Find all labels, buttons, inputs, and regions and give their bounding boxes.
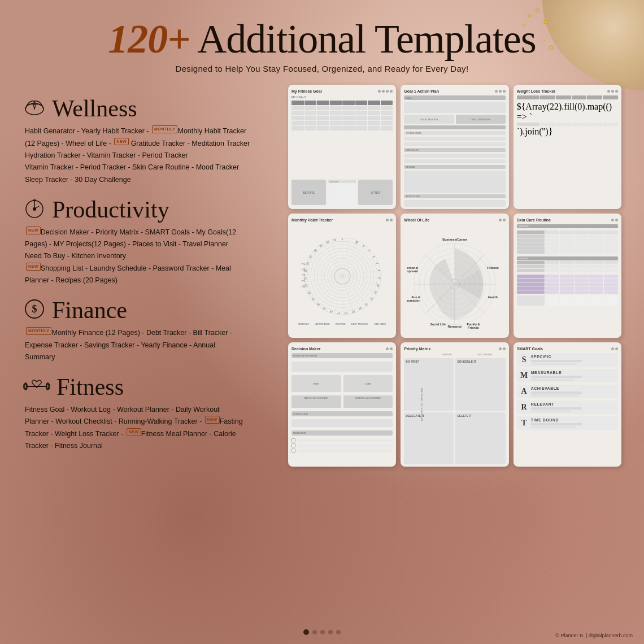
template-weight-loss: Weight Loss Tracker xyxy=(514,85,621,209)
card-icons-7 xyxy=(386,347,393,350)
page-dot-3[interactable] xyxy=(320,630,325,634)
svg-text:18: 18 xyxy=(329,310,333,314)
goal-action-title: Goal 1 Action Plan xyxy=(404,89,439,93)
svg-text:9: 9 xyxy=(378,277,381,279)
finance-title: Finance xyxy=(52,297,127,324)
card-dot xyxy=(386,219,389,221)
weight-loss-title: Weight Loss Tracker xyxy=(517,89,555,93)
card-icons-4 xyxy=(386,219,393,221)
skincare-title: Skin Care Routine xyxy=(517,218,551,222)
card-icons-5 xyxy=(499,219,506,221)
finance-items: MONTHLYMonthly Finance (12 Pages) - Debt… xyxy=(25,327,271,363)
smart-m: M MEASURABLE xyxy=(517,369,618,382)
pm-delegate: DELEGATE IT xyxy=(404,412,454,465)
card-dot xyxy=(378,90,381,93)
svg-text:H2: H2 xyxy=(302,268,305,271)
card-dot xyxy=(499,219,502,221)
left-column: Wellness Habit Genarator - Yearly Habit … xyxy=(23,85,271,467)
fg-after: AFTER xyxy=(358,180,393,205)
svg-text:Finance: Finance xyxy=(487,266,499,269)
smart-s-word: SPECIFIC xyxy=(531,355,582,359)
monthly-badge-2: MONTHLY xyxy=(26,327,51,335)
svg-text:16: 16 xyxy=(344,312,347,316)
decision-title: Decision Maker xyxy=(291,347,320,351)
productivity-header: Productivity xyxy=(23,196,271,223)
card-dot xyxy=(607,90,610,93)
new-badge-1: NEW xyxy=(114,138,129,146)
card-dot xyxy=(499,90,502,93)
smart-s: S SPECIFIC xyxy=(517,353,618,367)
card-dot xyxy=(615,219,618,221)
card-dot xyxy=(390,347,393,350)
fitness-goal-title: My Fitness Goal xyxy=(291,89,322,93)
smart-a: A ACHIEVABLE xyxy=(517,385,618,398)
card-dot xyxy=(615,347,618,350)
card-dot xyxy=(382,90,385,93)
wellness-header: Wellness xyxy=(23,95,271,122)
card-dot xyxy=(503,219,506,221)
template-habit-tracker: Monthly Habit Tracker xyxy=(288,214,396,338)
fitness-items: Fitness Goal - Workout Log - Workout Pla… xyxy=(25,404,271,452)
habit-circle-svg: 1 2 3 4 5 6 7 8 9 10 11 xyxy=(300,234,385,319)
subtitle: Designed to Help You Stay Focused, Orgen… xyxy=(23,64,621,73)
card-dot xyxy=(611,219,614,221)
smart-r-word: RELEVANT xyxy=(531,402,582,406)
svg-text:H3: H3 xyxy=(302,274,305,277)
card-icons-3 xyxy=(607,90,618,93)
svg-text:17: 17 xyxy=(337,312,340,316)
main-title: 120+ Additional Templates xyxy=(23,17,621,62)
card-dot xyxy=(495,90,498,93)
pm-do-first: DO FIRST xyxy=(404,358,454,411)
card-dot xyxy=(390,90,393,93)
productivity-items: NEWDecision Maker - Priority Matrix - SM… xyxy=(25,227,271,287)
template-goal-action: Goal 1 Action Plan GOAL CHART TRACKER CO… xyxy=(401,85,508,209)
smart-r-letter: R xyxy=(520,403,529,412)
productivity-icon xyxy=(23,197,46,221)
title-rest: Additional Templates xyxy=(197,16,536,62)
template-wheel-of-life: Wheel Of Life xyxy=(401,214,508,338)
wheel-life-title: Wheel Of Life xyxy=(404,218,429,222)
page-dot-1[interactable] xyxy=(303,629,309,635)
new-badge-2: NEW xyxy=(26,227,41,234)
pagination xyxy=(303,629,341,635)
svg-text:Development: Development xyxy=(407,269,418,273)
svg-text:H5: H5 xyxy=(302,285,305,288)
pm-delete: DELETE IT xyxy=(455,412,505,465)
card-dot xyxy=(386,90,389,93)
card-icons-6 xyxy=(611,219,618,221)
fg-before: BEFORE xyxy=(291,180,326,205)
new-badge-5: NEW xyxy=(127,428,141,436)
svg-text:Business/Career: Business/Career xyxy=(442,238,467,241)
card-dot xyxy=(615,90,618,93)
svg-text:Recreation: Recreation xyxy=(407,299,421,302)
svg-text:Romance: Romance xyxy=(448,325,462,328)
habit-tracker-title: Monthly Habit Tracker xyxy=(291,218,333,222)
page-dot-5[interactable] xyxy=(336,630,341,634)
smart-t: T TIME BOUND xyxy=(517,416,618,430)
fg-goals-label: MY GOALS xyxy=(291,95,393,99)
smart-t-word: TIME BOUND xyxy=(531,418,582,422)
card-dot xyxy=(503,347,506,350)
card-dot xyxy=(499,347,502,350)
page-dot-4[interactable] xyxy=(328,630,333,634)
wellness-title: Wellness xyxy=(52,95,137,122)
card-dot xyxy=(611,90,614,93)
new-badge-3: NEW xyxy=(26,263,41,271)
card-icons-2 xyxy=(495,90,506,93)
wheel-svg: Business/Career Finance Health Family & … xyxy=(407,230,503,329)
card-dot xyxy=(390,219,393,221)
page-dot-2[interactable] xyxy=(312,630,317,634)
finance-icon: $ xyxy=(23,297,46,324)
svg-text:H4: H4 xyxy=(302,280,305,282)
fitness-icon xyxy=(23,375,51,399)
smart-title: SMART Goals xyxy=(517,347,543,351)
svg-text:Health: Health xyxy=(488,295,498,299)
finance-header: $ Finance xyxy=(23,297,271,324)
svg-text:6: 6 xyxy=(372,255,376,258)
card-dot xyxy=(503,90,506,93)
wellness-icon xyxy=(23,97,46,121)
header: 120+ Additional Templates Designed to He… xyxy=(23,17,621,73)
card-icons-9 xyxy=(611,347,618,350)
card-icons-row xyxy=(378,90,393,93)
svg-text:Social Life: Social Life xyxy=(430,323,446,326)
